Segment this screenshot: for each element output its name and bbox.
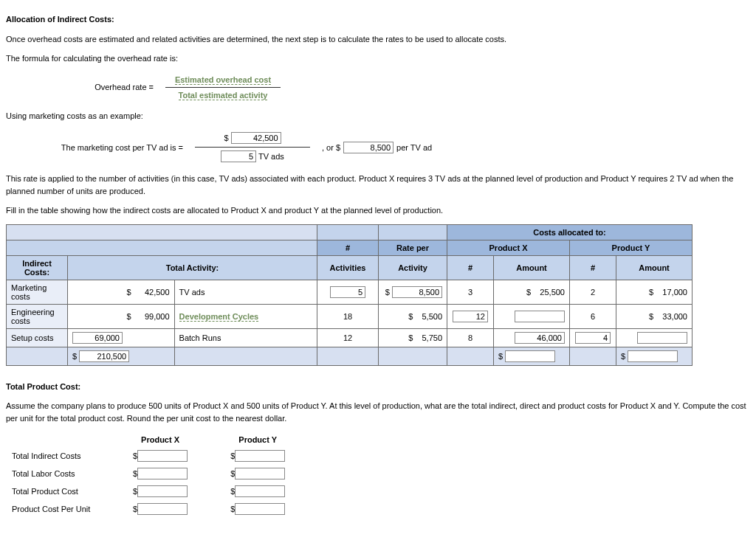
intro-paragraph-2: The formula for calculating the overhead… xyxy=(6,52,750,65)
paragraph-4: Fill in the table showing how the indire… xyxy=(6,204,750,217)
paragraph-5: Assume the company plans to produce 500 … xyxy=(6,400,750,424)
row-y-n: 6 xyxy=(570,304,616,328)
totals-row-label: Total Labor Costs xyxy=(7,465,127,482)
row-y-n-input[interactable] xyxy=(575,332,611,344)
row-x-amount: $ 25,500 xyxy=(494,280,570,304)
row-n-activities: 18 xyxy=(317,304,379,328)
totals-row-label: Product Cost Per Unit xyxy=(7,501,127,517)
row-rate[interactable]: $ xyxy=(379,280,447,304)
example-rate-suffix: per TV ad xyxy=(396,143,432,152)
example-den-suffix: TV ads xyxy=(258,152,284,161)
footer-total-input[interactable] xyxy=(79,350,129,362)
totals-x-input[interactable] xyxy=(137,503,188,515)
row-y-n: 2 xyxy=(570,280,616,304)
allocation-table: Costs allocated to: # Rate per Product X… xyxy=(6,224,693,366)
row-activity-label: TV ads xyxy=(174,280,317,304)
totals-x-input[interactable] xyxy=(137,485,188,497)
th-y-hash: # xyxy=(570,255,616,280)
row-n-activities-input[interactable] xyxy=(330,286,365,298)
row-n-activities: 12 xyxy=(317,328,379,347)
totals-y-input[interactable] xyxy=(235,468,285,479)
footer-y-dollar: $ xyxy=(621,352,625,361)
example-lead: Using marketing costs as an example: xyxy=(6,110,750,122)
totals-y-input[interactable] xyxy=(235,450,285,462)
overhead-rate-formula: Overhead rate = Estimated overhead cost … xyxy=(28,72,750,103)
th-activities: Activities xyxy=(317,255,379,280)
formula-lhs: Overhead rate = xyxy=(28,83,161,91)
footer-x-dollar: $ xyxy=(498,352,503,361)
th-activity: Activity xyxy=(379,255,447,280)
row-total-amount: $ 99,000 xyxy=(68,304,175,328)
row-x-n: 3 xyxy=(447,280,494,304)
example-lhs: The marketing cost per TV ad is = xyxy=(28,143,190,152)
th-rate-per: Rate per xyxy=(379,240,447,255)
row-label: Engineering costs xyxy=(7,304,68,328)
paragraph-3: This rate is applied to the number of ac… xyxy=(6,173,750,197)
row-label: Setup costs xyxy=(7,328,68,347)
example-num-prefix: $ xyxy=(224,134,228,142)
row-rate: $ 5,750 xyxy=(379,328,447,347)
th-costs-allocated: Costs allocated to: xyxy=(447,224,693,240)
th-hash: # xyxy=(317,240,379,255)
footer-y-total-input[interactable] xyxy=(628,350,678,362)
row-total-amount: $ 42,500 xyxy=(68,280,175,304)
row-x-amount[interactable] xyxy=(494,304,570,328)
intro-paragraph-1: Once overhead costs are estimated and re… xyxy=(6,33,750,46)
row-y-amount: $ 33,000 xyxy=(616,304,693,328)
section-heading-allocation: Allocation of Indirect Costs: xyxy=(6,13,750,26)
row-activity-label: Batch Runs xyxy=(174,328,317,347)
totals-row-label: Total Product Cost xyxy=(7,483,127,499)
th-x-amount: Amount xyxy=(494,255,570,280)
row-y-amount-input[interactable] xyxy=(637,332,687,344)
totals-y-input[interactable] xyxy=(235,503,285,515)
totals-table: Product X Product Y Total Indirect Costs… xyxy=(6,432,291,519)
row-x-amount-input[interactable] xyxy=(515,332,565,344)
row-n-activities[interactable] xyxy=(317,280,379,304)
row-rate-input[interactable] xyxy=(392,286,442,298)
row-label: Marketing costs xyxy=(7,280,68,304)
section-heading-total-cost: Total Product Cost: xyxy=(6,381,750,393)
formula-denominator[interactable]: Total estimated activity xyxy=(179,91,268,100)
th-total-activity: Total Activity: xyxy=(68,255,317,280)
totals-x-input[interactable] xyxy=(137,450,188,462)
row-total-amount xyxy=(68,328,175,347)
row-x-amount-input[interactable] xyxy=(515,311,565,322)
row-x-amount[interactable] xyxy=(494,328,570,347)
totals-col-x: Product X xyxy=(128,433,192,446)
example-numerator-input[interactable] xyxy=(231,132,281,144)
th-product-y: Product Y xyxy=(570,240,693,255)
marketing-example-formula: The marketing cost per TV ad is = $ TV a… xyxy=(28,129,750,165)
row-y-n[interactable] xyxy=(570,328,616,347)
totals-col-y: Product Y xyxy=(226,433,289,446)
row-y-amount[interactable] xyxy=(616,328,693,347)
row-activity-label[interactable]: Development Cycles xyxy=(174,304,317,328)
totals-x-input[interactable] xyxy=(137,468,188,479)
formula-numerator[interactable]: Estimated overhead cost xyxy=(175,75,271,85)
row-rate: $ 5,500 xyxy=(379,304,447,328)
th-product-x: Product X xyxy=(447,240,570,255)
th-x-hash: # xyxy=(447,255,494,280)
row-x-n-input[interactable] xyxy=(453,311,488,322)
row-y-amount: $ 17,000 xyxy=(616,280,693,304)
example-rate-input[interactable] xyxy=(343,142,394,153)
footer-x-total-input[interactable] xyxy=(505,350,555,362)
example-or-label: , or $ xyxy=(322,143,340,152)
footer-dollar: $ xyxy=(72,352,77,361)
row-total-amount-input[interactable] xyxy=(72,332,123,344)
totals-row-label: Total Indirect Costs xyxy=(7,448,127,464)
th-indirect-costs: Indirect Costs: xyxy=(7,255,68,280)
row-x-n[interactable] xyxy=(447,304,494,328)
row-x-n: 8 xyxy=(447,328,494,347)
totals-y-input[interactable] xyxy=(235,485,285,497)
example-denominator-input[interactable] xyxy=(221,150,256,162)
th-y-amount: Amount xyxy=(616,255,693,280)
